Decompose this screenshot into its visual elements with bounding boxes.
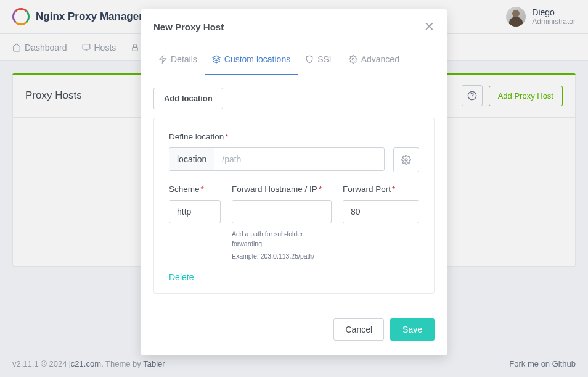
layers-icon xyxy=(212,55,221,64)
hostname-hint1: Add a path for sub-folder forwarding. xyxy=(232,230,332,249)
required-indicator: * xyxy=(319,184,322,194)
tab-label: SSL xyxy=(317,54,333,64)
port-label: Forward Port* xyxy=(343,184,419,194)
svg-point-3 xyxy=(352,58,354,60)
tab-label: Details xyxy=(171,54,197,64)
tab-advanced[interactable]: Advanced xyxy=(341,44,407,75)
location-addon: location xyxy=(169,148,214,170)
save-button[interactable]: Save xyxy=(390,318,435,341)
modal-header: New Proxy Host ✕ xyxy=(141,9,447,44)
tab-details[interactable]: Details xyxy=(151,44,205,75)
zap-icon xyxy=(158,55,167,64)
new-proxy-host-modal: New Proxy Host ✕ Details Custom location… xyxy=(141,9,447,355)
hostname-label: Forward Hostname / IP* xyxy=(232,184,332,194)
required-indicator: * xyxy=(201,184,204,194)
svg-point-4 xyxy=(405,159,407,161)
modal-overlay: New Proxy Host ✕ Details Custom location… xyxy=(0,0,588,377)
location-card: Define location* location Scheme* xyxy=(153,118,435,294)
scheme-label: Scheme* xyxy=(169,184,221,194)
tab-custom-locations[interactable]: Custom locations xyxy=(205,44,298,75)
modal-tabs: Details Custom locations SSL Advanced xyxy=(141,44,447,75)
add-location-button[interactable]: Add location xyxy=(153,88,223,109)
settings-icon xyxy=(349,55,357,64)
required-indicator: * xyxy=(392,184,395,194)
location-settings-button[interactable] xyxy=(393,147,419,172)
location-input-group: location xyxy=(169,147,385,171)
cancel-button[interactable]: Cancel xyxy=(333,318,384,341)
hostname-hint2: Example: 203.0.113.25/path/ xyxy=(232,252,332,262)
shield-icon xyxy=(305,55,314,64)
modal-footer: Cancel Save xyxy=(141,306,447,355)
close-icon: ✕ xyxy=(424,20,435,33)
location-path-input[interactable] xyxy=(214,148,384,170)
define-location-label: Define location* xyxy=(169,132,419,141)
tab-ssl[interactable]: SSL xyxy=(298,44,341,75)
required-indicator: * xyxy=(225,132,228,141)
scheme-input[interactable] xyxy=(169,200,221,223)
hostname-input[interactable] xyxy=(232,200,332,223)
modal-title: New Proxy Host xyxy=(153,22,224,32)
delete-location-link[interactable]: Delete xyxy=(169,272,194,282)
modal-body: Add location Define location* location xyxy=(141,75,447,306)
tab-label: Advanced xyxy=(361,54,399,64)
tab-label: Custom locations xyxy=(224,54,290,64)
port-input[interactable] xyxy=(343,200,419,223)
close-button[interactable]: ✕ xyxy=(424,19,435,34)
gear-icon xyxy=(401,155,411,165)
